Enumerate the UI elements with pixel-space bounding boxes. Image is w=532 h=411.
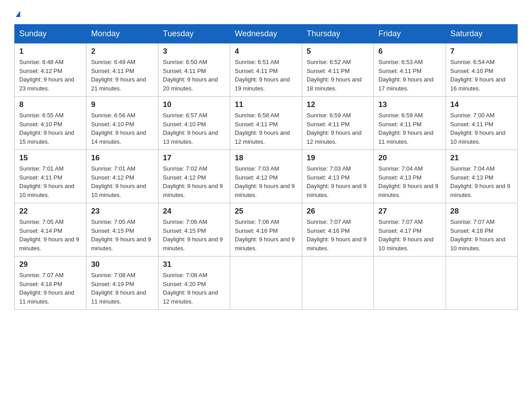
calendar-header-wednesday: Wednesday — [230, 25, 302, 43]
calendar-cell: 11 Sunrise: 6:58 AMSunset: 4:11 PMDaylig… — [230, 97, 302, 150]
day-number: 13 — [378, 100, 441, 109]
day-info: Sunrise: 6:59 AMSunset: 4:11 PMDaylight:… — [378, 111, 441, 146]
calendar-cell: 4 Sunrise: 6:51 AMSunset: 4:11 PMDayligh… — [230, 43, 302, 97]
day-info: Sunrise: 7:07 AMSunset: 4:18 PMDaylight:… — [19, 271, 82, 306]
calendar-cell: 31 Sunrise: 7:08 AMSunset: 4:20 PMDaylig… — [158, 257, 230, 310]
day-info: Sunrise: 6:59 AMSunset: 4:11 PMDaylight:… — [307, 111, 369, 146]
day-number: 22 — [19, 207, 82, 216]
day-number: 23 — [91, 207, 153, 216]
day-number: 5 — [307, 47, 369, 56]
calendar-cell: 22 Sunrise: 7:05 AMSunset: 4:14 PMDaylig… — [15, 203, 86, 257]
calendar-cell: 7 Sunrise: 6:54 AMSunset: 4:10 PMDayligh… — [446, 43, 517, 97]
logo — [14, 11, 20, 17]
day-number: 24 — [163, 207, 225, 216]
day-number: 21 — [450, 154, 513, 163]
calendar-cell: 20 Sunrise: 7:04 AMSunset: 4:13 PMDaylig… — [374, 150, 446, 203]
day-info: Sunrise: 7:06 AMSunset: 4:16 PMDaylight:… — [235, 218, 297, 253]
day-info: Sunrise: 7:07 AMSunset: 4:18 PMDaylight:… — [450, 218, 513, 253]
day-info: Sunrise: 6:55 AMSunset: 4:10 PMDaylight:… — [19, 111, 82, 146]
day-number: 28 — [450, 207, 513, 216]
day-info: Sunrise: 6:58 AMSunset: 4:11 PMDaylight:… — [235, 111, 297, 146]
calendar-cell: 3 Sunrise: 6:50 AMSunset: 4:11 PMDayligh… — [158, 43, 230, 97]
calendar-cell: 23 Sunrise: 7:05 AMSunset: 4:15 PMDaylig… — [86, 203, 158, 257]
day-number: 26 — [307, 207, 369, 216]
day-info: Sunrise: 7:07 AMSunset: 4:17 PMDaylight:… — [378, 218, 441, 253]
day-info: Sunrise: 7:03 AMSunset: 4:13 PMDaylight:… — [307, 164, 369, 199]
day-number: 16 — [91, 154, 153, 163]
calendar-table: SundayMondayTuesdayWednesdayThursdayFrid… — [14, 24, 518, 310]
day-number: 14 — [450, 100, 513, 109]
day-info: Sunrise: 7:01 AMSunset: 4:12 PMDaylight:… — [91, 164, 153, 199]
day-info: Sunrise: 6:52 AMSunset: 4:11 PMDaylight:… — [307, 58, 369, 93]
calendar-cell: 13 Sunrise: 6:59 AMSunset: 4:11 PMDaylig… — [374, 97, 446, 150]
calendar-header-tuesday: Tuesday — [158, 25, 230, 43]
calendar-week-4: 22 Sunrise: 7:05 AMSunset: 4:14 PMDaylig… — [15, 203, 518, 257]
day-info: Sunrise: 7:00 AMSunset: 4:11 PMDaylight:… — [450, 111, 513, 146]
day-number: 29 — [19, 260, 82, 269]
day-info: Sunrise: 7:08 AMSunset: 4:19 PMDaylight:… — [91, 271, 153, 306]
day-number: 27 — [378, 207, 441, 216]
day-number: 4 — [235, 47, 297, 56]
calendar-cell — [374, 257, 446, 310]
day-info: Sunrise: 6:48 AMSunset: 4:12 PMDaylight:… — [19, 58, 82, 93]
calendar-cell: 14 Sunrise: 7:00 AMSunset: 4:11 PMDaylig… — [446, 97, 517, 150]
day-number: 15 — [19, 154, 82, 163]
day-number: 6 — [378, 47, 441, 56]
calendar-cell — [230, 257, 302, 310]
calendar-cell: 24 Sunrise: 7:06 AMSunset: 4:15 PMDaylig… — [158, 203, 230, 257]
day-number: 19 — [307, 154, 369, 163]
day-number: 7 — [450, 47, 513, 56]
calendar-week-5: 29 Sunrise: 7:07 AMSunset: 4:18 PMDaylig… — [15, 257, 518, 310]
calendar-cell: 30 Sunrise: 7:08 AMSunset: 4:19 PMDaylig… — [86, 257, 158, 310]
day-number: 10 — [163, 100, 225, 109]
day-number: 2 — [91, 47, 153, 56]
day-number: 8 — [19, 100, 82, 109]
day-info: Sunrise: 6:53 AMSunset: 4:11 PMDaylight:… — [378, 58, 441, 93]
calendar-cell — [446, 257, 517, 310]
day-info: Sunrise: 6:56 AMSunset: 4:10 PMDaylight:… — [91, 111, 153, 146]
day-number: 25 — [235, 207, 297, 216]
calendar-cell: 28 Sunrise: 7:07 AMSunset: 4:18 PMDaylig… — [446, 203, 517, 257]
day-info: Sunrise: 7:01 AMSunset: 4:11 PMDaylight:… — [19, 164, 82, 199]
day-info: Sunrise: 7:02 AMSunset: 4:12 PMDaylight:… — [163, 164, 225, 199]
day-info: Sunrise: 6:54 AMSunset: 4:10 PMDaylight:… — [450, 58, 513, 93]
day-info: Sunrise: 7:06 AMSunset: 4:15 PMDaylight:… — [163, 218, 225, 253]
calendar-cell: 12 Sunrise: 6:59 AMSunset: 4:11 PMDaylig… — [302, 97, 373, 150]
day-info: Sunrise: 7:05 AMSunset: 4:15 PMDaylight:… — [91, 218, 153, 253]
calendar-cell: 9 Sunrise: 6:56 AMSunset: 4:10 PMDayligh… — [86, 97, 158, 150]
day-number: 31 — [163, 260, 225, 269]
day-number: 18 — [235, 154, 297, 163]
day-info: Sunrise: 7:03 AMSunset: 4:12 PMDaylight:… — [235, 164, 297, 199]
calendar-cell: 1 Sunrise: 6:48 AMSunset: 4:12 PMDayligh… — [15, 43, 86, 97]
calendar-header-monday: Monday — [86, 25, 158, 43]
day-number: 12 — [307, 100, 369, 109]
day-info: Sunrise: 7:04 AMSunset: 4:13 PMDaylight:… — [378, 164, 441, 199]
calendar-cell: 8 Sunrise: 6:55 AMSunset: 4:10 PMDayligh… — [15, 97, 86, 150]
calendar-header-thursday: Thursday — [302, 25, 373, 43]
day-info: Sunrise: 6:50 AMSunset: 4:11 PMDaylight:… — [163, 58, 225, 93]
page-header — [14, 11, 518, 17]
calendar-cell: 10 Sunrise: 6:57 AMSunset: 4:10 PMDaylig… — [158, 97, 230, 150]
day-number: 9 — [91, 100, 153, 109]
day-number: 11 — [235, 100, 297, 109]
day-number: 1 — [19, 47, 82, 56]
calendar-cell: 16 Sunrise: 7:01 AMSunset: 4:12 PMDaylig… — [86, 150, 158, 203]
calendar-cell: 21 Sunrise: 7:04 AMSunset: 4:13 PMDaylig… — [446, 150, 517, 203]
calendar-cell: 18 Sunrise: 7:03 AMSunset: 4:12 PMDaylig… — [230, 150, 302, 203]
calendar-cell: 2 Sunrise: 6:49 AMSunset: 4:11 PMDayligh… — [86, 43, 158, 97]
day-info: Sunrise: 7:07 AMSunset: 4:16 PMDaylight:… — [307, 218, 369, 253]
calendar-cell: 15 Sunrise: 7:01 AMSunset: 4:11 PMDaylig… — [15, 150, 86, 203]
calendar-cell — [302, 257, 373, 310]
calendar-header-row: SundayMondayTuesdayWednesdayThursdayFrid… — [15, 25, 518, 43]
day-number: 30 — [91, 260, 153, 269]
calendar-cell: 6 Sunrise: 6:53 AMSunset: 4:11 PMDayligh… — [374, 43, 446, 97]
calendar-cell: 19 Sunrise: 7:03 AMSunset: 4:13 PMDaylig… — [302, 150, 373, 203]
calendar-cell: 27 Sunrise: 7:07 AMSunset: 4:17 PMDaylig… — [374, 203, 446, 257]
day-info: Sunrise: 7:08 AMSunset: 4:20 PMDaylight:… — [163, 271, 225, 306]
day-number: 17 — [163, 154, 225, 163]
calendar-header-friday: Friday — [374, 25, 446, 43]
day-number: 3 — [163, 47, 225, 56]
day-info: Sunrise: 7:05 AMSunset: 4:14 PMDaylight:… — [19, 218, 82, 253]
day-info: Sunrise: 6:57 AMSunset: 4:10 PMDaylight:… — [163, 111, 225, 146]
calendar-week-2: 8 Sunrise: 6:55 AMSunset: 4:10 PMDayligh… — [15, 97, 518, 150]
